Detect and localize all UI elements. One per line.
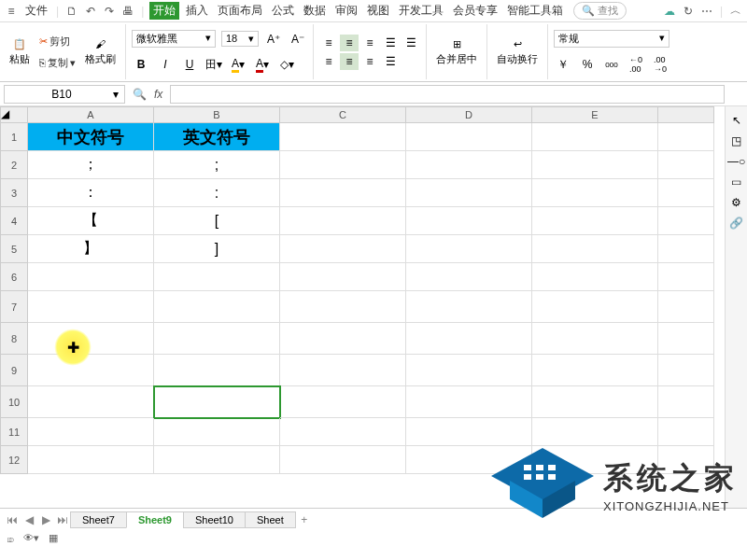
cell[interactable] — [532, 291, 658, 323]
merge-center-button[interactable]: ⊞ 合并居中 — [432, 36, 481, 68]
cell[interactable] — [28, 446, 154, 474]
cell[interactable] — [658, 179, 714, 207]
indent-inc-icon[interactable]: ☰ — [402, 35, 420, 51]
cell[interactable] — [532, 418, 658, 446]
save-icon[interactable]: 🗋 — [64, 5, 79, 18]
cell[interactable] — [406, 263, 532, 291]
copy-button[interactable]: ⎘复制▾ — [39, 56, 76, 70]
cell[interactable] — [280, 446, 406, 474]
grid-icon[interactable]: ▦ — [49, 532, 58, 544]
align-left-icon[interactable]: ≡ — [319, 53, 338, 70]
row-header[interactable]: 4 — [0, 207, 28, 235]
file-menu[interactable]: 文件 — [22, 3, 50, 19]
cell[interactable] — [280, 386, 406, 418]
expand-icon[interactable]: ◳ — [731, 134, 741, 147]
cell[interactable] — [154, 446, 280, 474]
cell[interactable] — [532, 355, 658, 386]
cell[interactable] — [154, 263, 280, 291]
paste-button[interactable]: 📋 粘贴 — [6, 35, 34, 68]
align-center-icon[interactable]: ≡ — [340, 53, 359, 70]
tab-insert[interactable]: 插入 — [183, 3, 211, 19]
underline-button[interactable]: U — [180, 55, 199, 74]
cell[interactable] — [280, 123, 406, 151]
add-sheet-button[interactable]: + — [296, 513, 313, 526]
cell[interactable] — [658, 291, 714, 323]
cell[interactable] — [280, 355, 406, 386]
link-icon[interactable]: 🔗 — [729, 217, 743, 230]
column-header[interactable]: E — [532, 106, 658, 123]
cell[interactable] — [28, 386, 154, 418]
next-sheet-button[interactable]: ▶ — [37, 513, 54, 526]
font-name-select[interactable]: 微软雅黑▾ — [132, 30, 216, 48]
cell[interactable] — [280, 291, 406, 323]
font-size-select[interactable]: 18▾ — [221, 31, 259, 47]
cell[interactable]: ； — [28, 151, 154, 179]
menu-icon[interactable]: ≡ — [4, 5, 19, 18]
cell[interactable] — [154, 418, 280, 446]
print-icon[interactable]: 🖶 — [120, 5, 135, 18]
align-right-icon[interactable]: ≡ — [360, 53, 379, 70]
align-top-center-icon[interactable]: ≡ — [340, 35, 359, 51]
panel-icon[interactable]: ▭ — [731, 175, 741, 189]
tab-data[interactable]: 数据 — [301, 3, 329, 19]
bold-button[interactable]: B — [132, 55, 150, 74]
stat-icon[interactable]: ⎄ — [7, 533, 14, 544]
percent-button[interactable]: % — [578, 55, 597, 74]
cell[interactable] — [658, 355, 714, 386]
tab-layout[interactable]: 页面布局 — [215, 3, 265, 19]
formula-input[interactable] — [170, 85, 725, 104]
cell[interactable] — [658, 235, 714, 263]
cell[interactable] — [280, 263, 406, 291]
thousands-button[interactable]: 000 — [602, 55, 621, 74]
row-header[interactable]: 5 — [0, 235, 28, 263]
cell[interactable] — [154, 355, 280, 386]
column-header[interactable] — [658, 106, 714, 123]
cell[interactable]: : — [154, 179, 280, 207]
select-all-corner[interactable]: ◢ — [0, 106, 28, 123]
last-sheet-button[interactable]: ⏭ — [54, 513, 71, 526]
cell[interactable] — [28, 418, 154, 446]
auto-wrap-button[interactable]: ↩ 自动换行 — [493, 36, 542, 68]
cell[interactable]: 】 — [28, 235, 154, 263]
tab-smart[interactable]: 智能工具箱 — [504, 3, 566, 19]
cell[interactable] — [406, 355, 532, 386]
sheet-tab[interactable]: Sheet10 — [183, 511, 246, 528]
cell[interactable] — [406, 123, 532, 151]
prev-sheet-button[interactable]: ◀ — [21, 513, 37, 526]
row-header[interactable]: 10 — [0, 386, 28, 418]
cell[interactable] — [406, 323, 532, 355]
cell[interactable]: 中文符号 — [28, 123, 154, 151]
cell[interactable]: ] — [154, 235, 280, 263]
cell[interactable] — [154, 323, 280, 355]
cell[interactable]: ; — [154, 151, 280, 179]
cell[interactable] — [532, 323, 658, 355]
column-header[interactable]: D — [406, 106, 532, 123]
cell[interactable] — [658, 207, 714, 235]
sheet-tab[interactable]: Sheet7 — [70, 511, 127, 528]
number-format-select[interactable]: 常规▾ — [554, 30, 669, 48]
row-header[interactable]: 6 — [0, 263, 28, 291]
tab-vip[interactable]: 会员专享 — [450, 3, 500, 19]
fx-icon[interactable]: fx — [154, 88, 162, 101]
cell[interactable] — [658, 386, 714, 418]
cell[interactable] — [406, 418, 532, 446]
cell[interactable] — [658, 263, 714, 291]
cloud-icon[interactable]: ☁ — [662, 5, 677, 18]
slider-icon[interactable]: —○ — [727, 155, 745, 168]
row-header[interactable]: 1 — [0, 123, 28, 151]
orientation-icon[interactable]: ☰ — [381, 53, 400, 70]
redo-icon[interactable]: ↷ — [102, 5, 117, 18]
row-header[interactable]: 12 — [0, 446, 28, 474]
cell[interactable] — [280, 179, 406, 207]
cell[interactable] — [280, 207, 406, 235]
font-color-button[interactable]: A▾ — [253, 55, 272, 74]
cell[interactable]: [ — [154, 207, 280, 235]
first-sheet-button[interactable]: ⏮ — [4, 513, 21, 526]
row-header[interactable]: 8 — [0, 323, 28, 355]
cell[interactable] — [28, 355, 154, 386]
italic-button[interactable]: I — [156, 55, 175, 74]
tab-review[interactable]: 审阅 — [332, 3, 360, 19]
cell[interactable]: 英文符号 — [154, 123, 280, 151]
cell[interactable] — [280, 151, 406, 179]
cell[interactable] — [532, 151, 658, 179]
